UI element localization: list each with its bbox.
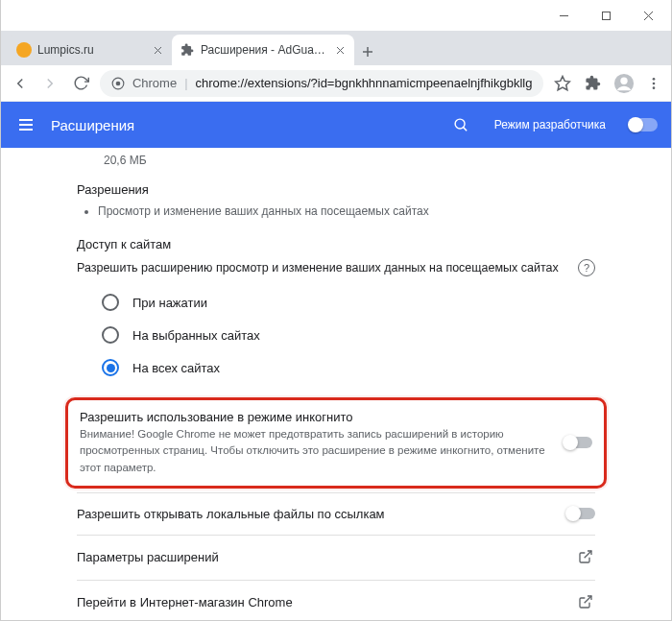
- chrome-store-row[interactable]: Перейти в Интернет-магазин Chrome: [77, 580, 595, 620]
- page-header: Расширения Режим разработчика: [1, 102, 672, 148]
- svg-line-24: [585, 596, 591, 603]
- profile-button[interactable]: [612, 70, 636, 97]
- file-urls-toggle[interactable]: [566, 508, 595, 519]
- tab-close-icon[interactable]: [151, 43, 164, 57]
- svg-point-11: [116, 81, 121, 85]
- svg-point-14: [620, 77, 627, 84]
- reload-button[interactable]: [69, 70, 92, 97]
- radio-icon-checked: [102, 359, 119, 376]
- svg-point-16: [653, 82, 656, 84]
- radio-on-click[interactable]: При нажатии: [77, 286, 595, 319]
- search-icon[interactable]: [452, 115, 471, 134]
- menu-button[interactable]: [642, 70, 665, 97]
- close-window-button[interactable]: [627, 2, 669, 29]
- permissions-label: Разрешения: [77, 182, 595, 197]
- svg-line-22: [464, 127, 468, 131]
- back-button[interactable]: [9, 70, 32, 97]
- page-title: Расширения: [51, 117, 437, 133]
- minimize-button[interactable]: [542, 2, 585, 29]
- radio-icon: [102, 294, 119, 311]
- extension-options-row[interactable]: Параметры расширений: [77, 535, 595, 580]
- tab-close-icon[interactable]: [333, 43, 347, 57]
- window-titlebar: [1, 0, 672, 31]
- incognito-toggle[interactable]: [564, 437, 592, 448]
- radio-icon: [102, 326, 119, 344]
- incognito-row-highlighted: Разрешить использование в режиме инкогни…: [65, 397, 607, 489]
- address-bar: Chrome | chrome://extensions/?id=bgnkhhn…: [1, 65, 672, 102]
- dev-mode-toggle[interactable]: [629, 118, 658, 131]
- tab-strip: Lumpics.ru Расширения - AdGuard Антиба: [1, 31, 672, 65]
- site-access-desc: Разрешить расширению просмотр и изменени…: [77, 261, 559, 275]
- extensions-button[interactable]: [582, 70, 605, 97]
- extension-options-label: Параметры расширений: [77, 550, 566, 564]
- dev-mode-label: Режим разработчика: [494, 118, 606, 131]
- url-label: Chrome: [132, 76, 177, 90]
- url-text: chrome://extensions/?id=bgnkhhnnamicmpee…: [196, 76, 533, 90]
- radio-on-all-sites[interactable]: На всех сайтах: [77, 351, 595, 384]
- svg-point-17: [653, 86, 656, 89]
- file-urls-label: Разрешить открывать локальные файлы по с…: [77, 507, 555, 521]
- tab-title: Расширения - AdGuard Антиба: [201, 43, 327, 57]
- chrome-store-label: Перейти в Интернет-магазин Chrome: [77, 595, 566, 609]
- tab-lumpics[interactable]: Lumpics.ru: [9, 35, 172, 65]
- help-icon[interactable]: ?: [578, 259, 595, 276]
- favicon-icon: [16, 42, 32, 58]
- incognito-title: Разрешить использование в режиме инкогни…: [80, 410, 552, 424]
- extension-icon: [180, 42, 195, 58]
- radio-label: На всех сайтах: [132, 361, 220, 375]
- radio-label: При нажатии: [132, 296, 207, 310]
- forward-button[interactable]: [39, 70, 62, 97]
- extension-size: 20,6 МБ: [77, 148, 595, 179]
- file-urls-row: Разрешить открывать локальные файлы по с…: [77, 492, 595, 535]
- new-tab-button[interactable]: [354, 38, 381, 65]
- maximize-button[interactable]: [585, 2, 627, 29]
- main-content: 20,6 МБ Разрешения Просмотр и изменение …: [1, 148, 671, 620]
- incognito-warning: Внимание! Google Chrome не может предотв…: [80, 426, 552, 476]
- menu-icon[interactable]: [16, 115, 36, 134]
- omnibox[interactable]: Chrome | chrome://extensions/?id=bgnkhhn…: [100, 70, 544, 97]
- svg-line-23: [585, 551, 591, 558]
- bookmark-button[interactable]: [551, 70, 574, 97]
- tab-extensions[interactable]: Расширения - AdGuard Антиба: [172, 35, 354, 65]
- radio-label: На выбранных сайтах: [132, 328, 260, 343]
- svg-rect-1: [602, 12, 610, 19]
- tab-title: Lumpics.ru: [37, 43, 145, 57]
- radio-on-selected-sites[interactable]: На выбранных сайтах: [77, 319, 595, 351]
- chrome-icon: [111, 77, 125, 90]
- svg-point-15: [653, 78, 656, 81]
- launch-icon: [578, 549, 595, 566]
- svg-marker-12: [556, 76, 570, 89]
- svg-point-21: [455, 119, 465, 129]
- permission-item: Просмотр и изменение ваших данных на пос…: [98, 203, 595, 220]
- site-access-label: Доступ к сайтам: [77, 237, 595, 251]
- launch-icon: [578, 594, 595, 611]
